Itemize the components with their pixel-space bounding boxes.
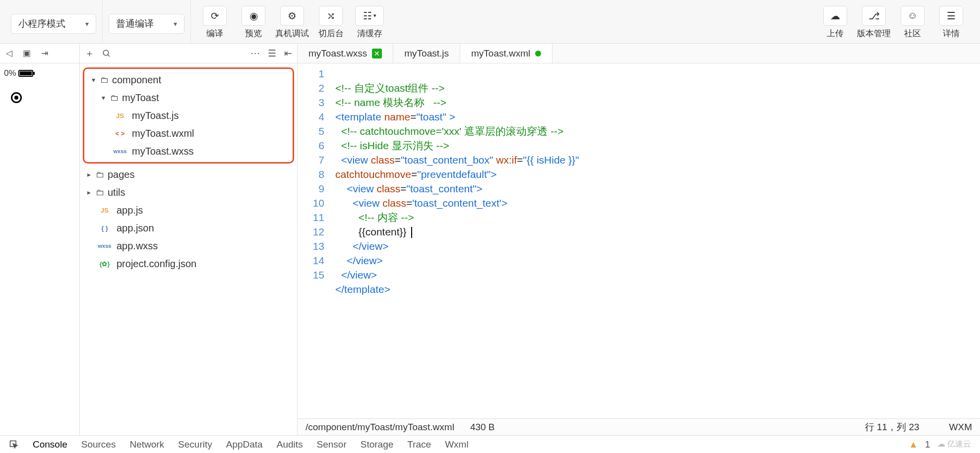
tab-storage[interactable]: Storage xyxy=(361,439,394,450)
warning-icon[interactable]: ▲ xyxy=(909,439,918,450)
mode-dropdown[interactable]: 小程序模式 ▾ xyxy=(11,14,96,34)
chevron-down-icon: ▾ xyxy=(174,20,177,28)
layers-icon: ☷ xyxy=(363,10,372,22)
upload-button[interactable]: ☁ 上传 xyxy=(817,4,853,39)
status-cursor: 行 11，列 23 xyxy=(865,421,919,434)
folder-icon: 🗀 xyxy=(110,93,119,103)
chevron-down-icon: ▾ xyxy=(85,20,89,28)
sim-layout-icon[interactable]: ▣ xyxy=(21,48,33,58)
unsaved-dot-icon xyxy=(535,51,541,57)
wxss-file-icon: wxss xyxy=(111,148,129,154)
caret-down-icon: ▾ xyxy=(99,94,107,102)
code-area[interactable]: 123456789101112131415 <!-- 自定义toast组件 --… xyxy=(298,63,980,418)
code-content[interactable]: <!-- 自定义toast组件 --> <!-- name 模块名称 --> <… xyxy=(331,63,579,418)
tab-console[interactable]: Console xyxy=(33,439,67,450)
inspect-icon[interactable] xyxy=(9,440,19,450)
mode-dropdown-label: 小程序模式 xyxy=(18,17,65,30)
new-file-icon[interactable]: ＋ xyxy=(85,47,94,60)
svg-point-0 xyxy=(103,50,109,56)
caret-right-icon: ▸ xyxy=(85,170,93,178)
tab-appdata[interactable]: AppData xyxy=(226,439,263,450)
close-icon[interactable]: ✕ xyxy=(372,49,382,58)
folder-component[interactable]: ▾ 🗀 component xyxy=(84,71,293,89)
tab-mytoast-wxml[interactable]: myToast.wxml xyxy=(460,44,552,63)
remote-debug-button[interactable]: ⚙ 真机调试 xyxy=(274,4,310,39)
folder-pages[interactable]: ▸ 🗀 pages xyxy=(80,166,297,183)
devtools-tabs: Console Sources Network Security AppData… xyxy=(0,435,980,453)
tab-wxml[interactable]: Wxml xyxy=(445,439,468,450)
menu-icon: ☰ xyxy=(947,10,956,22)
highlight-annotation: ▾ 🗀 component ▾ 🗀 myToast JS myToast.js xyxy=(83,67,294,164)
background-button[interactable]: ⤭ 切后台 xyxy=(313,4,349,39)
status-path: /component/myToast/myToast.wxml xyxy=(306,422,454,433)
js-file-icon: JS xyxy=(96,207,114,214)
branch-icon: ⎇ xyxy=(868,10,880,22)
details-button[interactable]: ☰ 详情 xyxy=(933,4,969,39)
watermark: ☁ 亿速云 xyxy=(937,439,971,450)
refresh-icon: ⟳ xyxy=(211,10,219,22)
tab-mytoast-js[interactable]: myToast.js xyxy=(393,44,460,63)
file-project-config[interactable]: {✿} project.config.json xyxy=(80,255,297,273)
folder-utils[interactable]: ▸ 🗀 utils xyxy=(80,183,297,201)
tab-trace[interactable]: Trace xyxy=(407,439,431,450)
folder-icon: 🗀 xyxy=(100,75,109,85)
eye-icon: ◉ xyxy=(249,10,258,22)
cloud-upload-icon: ☁ xyxy=(830,10,840,22)
more-icon[interactable]: ⋯ xyxy=(250,48,260,59)
wxml-file-icon: < > xyxy=(111,130,129,137)
caret-right-icon: ▸ xyxy=(85,188,93,196)
bug-icon: ⚙ xyxy=(288,10,297,22)
code-editor: myToast.wxss ✕ myToast.js myToast.wxml 1… xyxy=(298,44,980,435)
warning-count: 1 xyxy=(925,439,930,450)
folder-icon: 🗀 xyxy=(96,170,105,180)
file-mytoast-wxss[interactable]: wxss myToast.wxss xyxy=(84,142,293,160)
compile-dropdown[interactable]: 普通编译 ▾ xyxy=(109,14,184,34)
file-mytoast-wxml[interactable]: < > myToast.wxml xyxy=(84,124,293,142)
status-size: 430 B xyxy=(470,422,495,433)
line-gutter: 123456789101112131415 xyxy=(298,63,331,418)
file-app-js[interactable]: JS app.js xyxy=(80,201,297,219)
tab-sensor[interactable]: Sensor xyxy=(317,439,347,450)
wxss-file-icon: wxss xyxy=(96,243,114,249)
compile-button[interactable]: ⟳ 编译 xyxy=(197,4,233,39)
preview-button[interactable]: ◉ 预览 xyxy=(236,4,271,39)
simulator-panel: ◁ ▣ ⇥ 0% xyxy=(0,44,80,435)
svg-line-1 xyxy=(108,55,110,57)
tab-network[interactable]: Network xyxy=(129,439,164,450)
sim-pin-icon[interactable]: ◁ xyxy=(3,48,15,58)
editor-tabs: myToast.wxss ✕ myToast.js myToast.wxml xyxy=(298,44,980,63)
js-file-icon: JS xyxy=(111,112,129,119)
record-icon[interactable] xyxy=(11,92,22,103)
file-explorer: ＋ ⋯ ☰ ⇤ ▾ 🗀 component ▾ xyxy=(80,44,298,435)
search-icon[interactable] xyxy=(102,49,111,58)
config-file-icon: {✿} xyxy=(96,260,114,268)
version-button[interactable]: ⎇ 版本管理 xyxy=(856,4,892,39)
clear-cache-button[interactable]: ☷▾ 清缓存 xyxy=(352,4,387,39)
sim-detach-icon[interactable]: ⇥ xyxy=(39,48,51,58)
tab-audits[interactable]: Audits xyxy=(277,439,303,450)
json-file-icon: { } xyxy=(96,225,114,232)
status-lang: WXM xyxy=(949,422,972,433)
tab-sources[interactable]: Sources xyxy=(81,439,116,450)
file-app-json[interactable]: { } app.json xyxy=(80,219,297,237)
chat-icon: ☺ xyxy=(908,10,918,21)
caret-down-icon: ▾ xyxy=(89,76,97,84)
editor-statusbar: /component/myToast/myToast.wxml 430 B 行 … xyxy=(298,418,980,435)
community-button[interactable]: ☺ 社区 xyxy=(895,4,930,39)
switch-icon: ⤭ xyxy=(327,10,335,22)
battery-icon xyxy=(18,70,33,77)
file-app-wxss[interactable]: wxss app.wxss xyxy=(80,237,297,255)
battery-indicator: 0% xyxy=(4,68,33,78)
chevron-down-icon: ▾ xyxy=(373,12,376,19)
file-mytoast-js[interactable]: JS myToast.js xyxy=(84,107,293,124)
tab-security[interactable]: Security xyxy=(178,439,212,450)
text-cursor xyxy=(411,227,412,238)
top-toolbar: 小程序模式 ▾ 普通编译 ▾ ⟳ 编译 ◉ 预览 ⚙ 真机调试 xyxy=(0,0,980,44)
tab-mytoast-wxss[interactable]: myToast.wxss ✕ xyxy=(298,44,393,63)
settings-icon[interactable]: ☰ xyxy=(268,48,276,59)
folder-mytoast[interactable]: ▾ 🗀 myToast xyxy=(84,89,293,107)
file-tree: ▾ 🗀 component ▾ 🗀 myToast JS myToast.js xyxy=(80,63,297,276)
collapse-icon[interactable]: ⇤ xyxy=(284,48,292,59)
compile-dropdown-label: 普通编译 xyxy=(116,17,154,30)
folder-icon: 🗀 xyxy=(96,187,105,198)
